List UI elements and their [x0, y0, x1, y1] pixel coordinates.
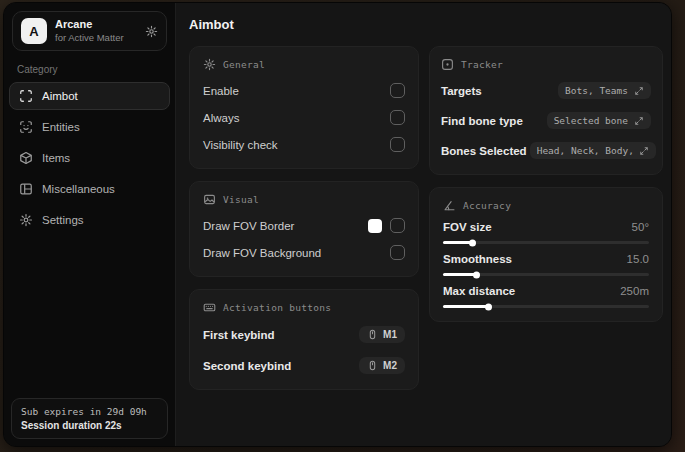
- fov-size-value: 50°: [632, 221, 649, 233]
- slider-thumb[interactable]: [469, 239, 476, 246]
- sidebar-item-settings[interactable]: Settings: [9, 206, 170, 234]
- sidebar-item-miscellaneous[interactable]: Miscellaneous: [9, 175, 170, 203]
- card-header-label: Visual: [223, 194, 259, 205]
- fov-border-color-swatch[interactable]: [368, 219, 382, 233]
- main-content: Aimbot General Enable Always: [176, 3, 671, 446]
- page-title: Aimbot: [189, 17, 663, 32]
- smoothness-value: 15.0: [627, 253, 649, 265]
- general-icon: [203, 58, 216, 71]
- accuracy-card: Accuracy FOV size 50°: [429, 187, 663, 322]
- bones-selected-select[interactable]: Head, Neck, Body, Pe..: [530, 142, 656, 159]
- layout-icon: [19, 182, 33, 196]
- brand-name: Arcane: [55, 18, 137, 32]
- sidebar-item-items[interactable]: Items: [9, 144, 170, 172]
- category-label: Category: [17, 64, 162, 75]
- mouse-icon: [367, 329, 378, 340]
- sidebar-item-aimbot[interactable]: Aimbot: [9, 82, 170, 110]
- setting-row-enable: Enable: [203, 80, 405, 101]
- slider-thumb[interactable]: [485, 303, 492, 310]
- enable-checkbox[interactable]: [390, 83, 405, 98]
- sidebar-item-label: Items: [42, 152, 70, 164]
- activation-buttons-card: Activation buttons First keybind M1 Seco…: [189, 289, 419, 390]
- max-distance-value: 250m: [620, 285, 649, 297]
- setting-row-draw-fov-border: Draw FOV Border: [203, 215, 405, 236]
- scan-icon: [19, 89, 33, 103]
- card-header-label: Tracker: [461, 59, 503, 70]
- draw-fov-border-checkbox[interactable]: [390, 218, 405, 233]
- sidebar-item-label: Aimbot: [42, 90, 78, 102]
- setting-row-visibility-check: Visibility check: [203, 134, 405, 155]
- brand-logo: A: [21, 18, 47, 44]
- keybind-row-second: Second keybind M2: [203, 355, 405, 376]
- draw-fov-background-checkbox[interactable]: [390, 245, 405, 260]
- tracker-row-bones-selected: Bones Selected Head, Neck, Body, Pe..: [441, 140, 651, 161]
- find-bone-type-select[interactable]: Selected bone: [547, 112, 651, 129]
- slider-row-max-distance: Max distance 250m: [443, 285, 649, 308]
- fov-size-slider[interactable]: [443, 241, 649, 244]
- sidebar: A Arcane for Active Matter Category Aimb…: [4, 3, 176, 446]
- brand-header: A Arcane for Active Matter: [12, 11, 167, 51]
- angle-icon: [443, 199, 456, 212]
- targets-select[interactable]: Bots, Teams: [558, 82, 651, 99]
- sidebar-item-label: Miscellaneous: [42, 183, 115, 195]
- slider-row-fov-size: FOV size 50°: [443, 221, 649, 244]
- expand-icon: [639, 146, 649, 156]
- smoothness-slider[interactable]: [443, 273, 649, 276]
- cube-icon: [19, 151, 33, 165]
- slider-thumb[interactable]: [473, 271, 480, 278]
- tracker-row-find-bone-type: Find bone type Selected bone: [441, 110, 651, 131]
- entities-icon: [19, 120, 33, 134]
- max-distance-slider[interactable]: [443, 305, 649, 308]
- sidebar-item-entities[interactable]: Entities: [9, 113, 170, 141]
- first-keybind-button[interactable]: M1: [359, 326, 405, 343]
- card-header-label: Accuracy: [463, 200, 511, 211]
- image-icon: [203, 193, 216, 206]
- tracker-card: Tracker Targets Bots, Teams Find bone ty…: [429, 46, 663, 175]
- subscription-info: Sub expires in 29d 09h Session duration …: [11, 398, 168, 439]
- mouse-icon: [367, 360, 378, 371]
- visual-card: Visual Draw FOV Border Draw FOV Backgrou…: [189, 181, 419, 277]
- general-card: General Enable Always Visibility check: [189, 46, 419, 169]
- card-header-label: Activation buttons: [223, 302, 331, 313]
- setting-row-always: Always: [203, 107, 405, 128]
- sidebar-item-label: Settings: [42, 214, 84, 226]
- keybind-row-first: First keybind M1: [203, 324, 405, 345]
- session-duration-text: Session duration 22s: [21, 420, 158, 431]
- sidebar-item-label: Entities: [42, 121, 80, 133]
- tracker-icon: [441, 58, 454, 71]
- second-keybind-button[interactable]: M2: [359, 357, 405, 374]
- brand-subtitle: for Active Matter: [55, 32, 137, 44]
- card-header-label: General: [223, 59, 265, 70]
- setting-row-draw-fov-background: Draw FOV Background: [203, 242, 405, 263]
- visibility-check-checkbox[interactable]: [390, 137, 405, 152]
- gear-icon[interactable]: [145, 25, 158, 38]
- sidebar-nav: Aimbot Entities Items Miscellaneous Sett…: [4, 82, 175, 234]
- tracker-row-targets: Targets Bots, Teams: [441, 80, 651, 101]
- expand-icon: [634, 116, 644, 126]
- slider-row-smoothness: Smoothness 15.0: [443, 253, 649, 276]
- expand-icon: [634, 86, 644, 96]
- gear-icon: [19, 213, 33, 227]
- app-window: A Arcane for Active Matter Category Aimb…: [3, 2, 672, 447]
- sub-expiry-text: Sub expires in 29d 09h: [21, 406, 158, 417]
- keyboard-icon: [203, 301, 216, 314]
- always-checkbox[interactable]: [390, 110, 405, 125]
